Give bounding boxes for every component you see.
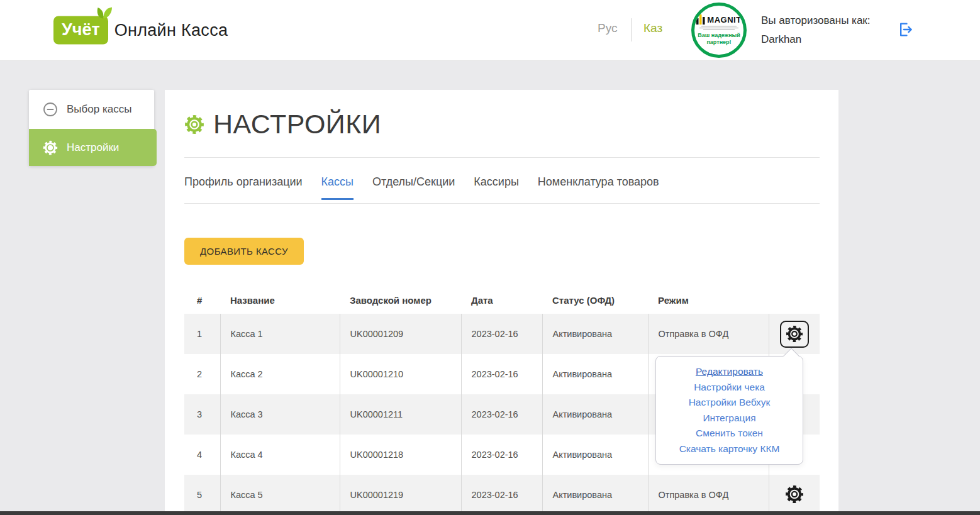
cell-serial: UK00001211 <box>340 394 461 435</box>
tab-nomenclature[interactable]: Номенклатура товаров <box>538 175 659 200</box>
cell-date: 2023-02-16 <box>461 394 542 435</box>
col-header-status: Статус (ОФД) <box>542 286 648 314</box>
tab-cashiers[interactable]: Кассиры <box>474 175 519 200</box>
add-kassa-button[interactable]: ДОБАВИТЬ КАССУ <box>184 238 304 265</box>
sidebar-item-settings[interactable]: Настройки <box>29 129 157 166</box>
cell-num: 1 <box>184 314 220 354</box>
logo[interactable]: Учёт Онлайн Касса <box>53 16 228 45</box>
logo-badge: Учёт <box>53 16 108 45</box>
divider <box>184 157 820 158</box>
menu-item-change-token[interactable]: Сменить токен <box>656 426 803 441</box>
cell-serial: UK00001209 <box>340 314 461 354</box>
row-settings-button-active[interactable] <box>780 321 809 348</box>
cell-name: Касса 2 <box>220 354 340 394</box>
cell-num: 5 <box>184 475 220 515</box>
menu-item-webhook-settings[interactable]: Настройки Вебхук <box>656 395 803 411</box>
logo-badge-text: Учёт <box>62 20 100 39</box>
cell-name: Касса 4 <box>220 435 340 475</box>
cell-serial: UK00001218 <box>340 435 461 475</box>
tab-org-profile[interactable]: Профиль организации <box>184 175 303 200</box>
cell-date: 2023-02-16 <box>461 435 542 475</box>
cell-num: 4 <box>184 435 220 475</box>
col-header-date: Дата <box>461 286 542 314</box>
logo-text: Онлайн Касса <box>114 21 228 40</box>
sidebar: Выбор кассы Настройки <box>29 90 154 166</box>
cell-name: Касса 5 <box>220 475 340 515</box>
sidebar-item-kassa-select[interactable]: Выбор кассы <box>29 90 154 129</box>
cell-date: 2023-02-16 <box>461 354 542 394</box>
lang-link-rus[interactable]: Рус <box>598 21 617 35</box>
cell-status: Активирована <box>542 354 648 394</box>
header: Учёт Онлайн Касса Рус Каз MAGNIT Ваш над… <box>0 0 980 61</box>
page-title: НАСТРОЙКИ <box>213 109 381 140</box>
cell-date: 2023-02-16 <box>461 314 542 354</box>
page-title-row: НАСТРОЙКИ <box>184 109 381 140</box>
cell-name: Касса 1 <box>220 314 340 354</box>
gear-icon <box>43 140 58 155</box>
table-row: 1 Касса 1 UK00001209 2023-02-16 Активиро… <box>184 314 820 354</box>
partner-logo-line <box>699 28 738 28</box>
lang-divider <box>631 18 632 42</box>
circle-minus-icon <box>43 102 58 117</box>
bottom-bar <box>0 511 980 515</box>
menu-item-download-kkm-card[interactable]: Скачать карточку ККМ <box>656 441 803 457</box>
partner-logo-line <box>701 26 737 26</box>
lang-link-kaz[interactable]: Каз <box>643 21 662 35</box>
row-settings-button[interactable] <box>785 485 804 504</box>
cell-name: Касса 3 <box>220 394 340 435</box>
divider <box>184 203 820 204</box>
cell-mode: Отправка в ОФД <box>648 475 769 515</box>
menu-item-integration[interactable]: Интеграция <box>656 411 803 426</box>
cell-status: Активирована <box>542 314 648 354</box>
col-header-serial: Заводской номер <box>340 286 461 314</box>
tabs: Профиль организации Кассы Отделы/Секции … <box>184 175 659 200</box>
partner-brand: MAGNIT <box>707 15 741 25</box>
row-context-menu: Редактировать Настройки чека Настройки В… <box>655 356 803 465</box>
cell-date: 2023-02-16 <box>461 475 542 515</box>
partner-tagline: Ваш надежный партнер! <box>698 32 740 47</box>
cell-serial: UK00001219 <box>340 475 461 515</box>
settings-gear-icon <box>184 114 204 135</box>
cell-num: 3 <box>184 394 220 435</box>
bar-chart-icon <box>696 14 705 25</box>
auth-label: Вы авторизованы как: <box>761 14 871 27</box>
tab-departments[interactable]: Отделы/Секции <box>372 175 455 200</box>
cell-serial: UK00001210 <box>340 354 461 394</box>
partner-logo-line <box>703 30 735 30</box>
cell-status: Активирована <box>542 435 648 475</box>
menu-item-receipt-settings[interactable]: Настройки чека <box>656 380 803 396</box>
col-header-name: Название <box>220 286 340 314</box>
partner-logo-brand-row: MAGNIT <box>696 14 741 25</box>
cell-num: 2 <box>184 354 220 394</box>
table-row: 5 Касса 5 UK00001219 2023-02-16 Активиро… <box>184 475 820 515</box>
sidebar-item-label: Выбор кассы <box>67 103 131 116</box>
leaf-icon <box>96 5 113 25</box>
cell-status: Активирована <box>542 394 648 435</box>
col-header-actions <box>769 286 820 314</box>
table-header-row: # Название Заводской номер Дата Статус (… <box>184 286 820 314</box>
logout-icon[interactable] <box>896 21 913 40</box>
menu-item-edit[interactable]: Редактировать <box>656 364 803 380</box>
col-header-mode: Режим <box>648 286 769 314</box>
cell-mode: Отправка в ОФД <box>648 314 769 354</box>
cell-status: Активирована <box>542 475 648 515</box>
tab-kassy[interactable]: Кассы <box>321 175 354 200</box>
auth-info: Вы авторизованы как: Darkhan <box>761 14 871 46</box>
col-header-num: # <box>184 286 220 314</box>
partner-logo: MAGNIT Ваш надежный партнер! <box>691 3 747 58</box>
auth-username: Darkhan <box>761 33 871 46</box>
app-screen: Учёт Онлайн Касса Рус Каз MAGNIT Ваш над… <box>0 0 980 515</box>
sidebar-item-label: Настройки <box>67 141 119 154</box>
